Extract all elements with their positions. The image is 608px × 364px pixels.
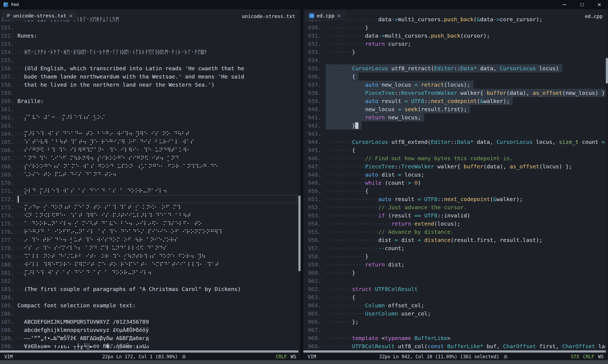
vertical-scrollbar[interactable] [298, 9, 301, 350]
line-text[interactable]: ············return·new_locus; [326, 113, 424, 122]
line-text[interactable]: ··⠱⠁⠞⠑⠧⠻·⠁⠃⠳⠞·⠹⠁⠞⠲·⡹⠑·⠗⠑⠛⠊⠌⠻·⠕⠋·⠙⠊⠎·⠃⠥⠗⠊… [17, 138, 194, 146]
line-text[interactable]: ········CursorLocus·utf8_extend(Editor::… [326, 138, 606, 146]
line-text[interactable]: Braille: [17, 97, 44, 105]
line-text[interactable]: ··that·he·lived·in·the·northern·land·nea… [17, 81, 215, 89]
line-text[interactable]: ················dist·=·dist·+·distance(r… [326, 236, 543, 244]
line-number: 183. [0, 285, 14, 293]
line-text[interactable]: ················data->multi_cursors.push… [326, 15, 543, 23]
line-text[interactable]: ··⡕⠇⠙·⡍⠜⠇⠑⠹·⠺⠁⠎·⠁⠎·⠙⠑⠁⠙·⠁⠎·⠁·⠙⠕⠕⠗⠤⠝⠁⠊⠇⠲ [17, 187, 167, 195]
line-number: 949. [303, 179, 321, 187]
line-text[interactable]: ··⠁⠝⠙·⠹⠑·⠡⠊⠑⠋·⠍⠳⠗⠝⠻⠲·⡎⠊⠗⠕⠕⠛⠑·⠎⠊⠛⠝⠫·⠊⠞⠲·⡁… [17, 154, 179, 162]
line-text[interactable]: ········{ [326, 293, 355, 301]
line-text[interactable]: ··⡍⠜⠇⠑⠹·⠺⠁⠎·⠙⠑⠁⠙⠒·⠞⠕·⠃⠑⠛⠔·⠺⠊⠹⠲·⡹⠻⠑·⠊⠎·⠝⠕… [17, 130, 190, 138]
line-text[interactable]: ····················return·extend(locus)… [326, 220, 460, 228]
tab-unicode-stress[interactable]: unicode-stress.txt × [3, 11, 76, 20]
line-text[interactable]: ········{ [326, 72, 358, 81]
line-text[interactable]: ··⡍⠔⠙⠖·⡊·⠙⠕⠝⠰⠞·⠍⠑⠁⠝·⠞⠕·⠎⠁⠹·⠹⠁⠞·⡊·⠅⠝⠪⠂·⠕⠋… [17, 203, 181, 211]
line-text[interactable]: ············auto·result·=·UTF8::next_cod… [326, 97, 513, 105]
line-number: 187. [0, 318, 14, 326]
line-text[interactable]: Compact·font·selection·example·text: [17, 301, 136, 310]
cursor-position-info: 22px Ln 942, Col 10 (11.09%) (361 select… [379, 354, 499, 359]
line-text[interactable]: ············{ [326, 187, 369, 195]
line-text[interactable]: ············PieceTree::TreeWalker·walker… [326, 162, 572, 171]
code-line: 938.············PieceTree::ReverseTreeWa… [303, 89, 606, 97]
vertical-scrollbar[interactable] [606, 9, 608, 350]
line-text[interactable]: ··⠡⠕⠎⠑·⠞⠕·⠏⠥⠞·⠙⠊⠎·⠙⠁⠝⠙·⠞⠕⠲ [17, 171, 116, 179]
line-text[interactable]: ················if·(result·==·UTF8::inva… [326, 211, 470, 220]
line-text[interactable]: Runes: [17, 32, 37, 40]
horizontal-scrollbar[interactable] [0, 350, 298, 353]
line-text[interactable]: ··⠪⠝·⠅⠝⠪⠇⠫⠛⠑⠂·⠱⠁⠞·⠹⠻⠑·⠊⠎·⠏⠜⠞⠊⠊⠥⠇⠜⠇⠹·⠙⠑⠁⠙… [17, 211, 191, 220]
line-text[interactable]: ············return·cursor; [326, 40, 411, 48]
tab-close-icon[interactable]: × [337, 13, 341, 19]
line-text[interactable]: ··⠩⠁⠇⠇·⠝⠕⠞·⠙⠊⠌⠥⠗⠃·⠊⠞⠂·⠕⠗·⠹⠑·⡊⠳⠝⠞⠗⠹⠰⠎·⠙⠕⠝… [17, 252, 205, 260]
line-text[interactable]: ············while·(count·>·0) [326, 179, 421, 187]
line-text[interactable]: ··⡌⠁⠧⠑·⠼⠁⠒··⡍⠜⠇⠑⠹⠰⠎·⡣⠕⠌ [17, 113, 105, 122]
scrollbar-thumb[interactable] [606, 58, 608, 83]
line-text[interactable]: ··⡍⠜⠇⠑⠹·⠺⠁⠎·⠁⠎·⠙⠑⠁⠙·⠁⠎·⠁·⠙⠕⠕⠗⠤⠝⠁⠊⠇⠲ [17, 269, 152, 277]
line-text[interactable]: ················--count; [326, 244, 405, 252]
line-text[interactable]: ············auto·dist·=·locus; [326, 171, 424, 179]
line-text[interactable]: ············auto·new_locus·=·retract(loc… [326, 81, 474, 89]
line-text[interactable]: ········UTF8ColResult·utf8_col(const·Buf… [326, 342, 606, 350]
code-line: 185.Compact·font·selection·example·text: [0, 301, 298, 310]
line-text[interactable]: ··∀∂∈ℝ∧∪≡∞·↑↗↨↻⇣·┐┼╔╘░►☺♀·ﬁ�⑀₂ἠḂӥẄɐː⍎אԱა [17, 342, 149, 350]
line-text[interactable]: ············data->multi_cursors.push_bac… [326, 32, 490, 40]
line-text[interactable]: ··ABCDEFGHIJKLMNOPQRSTUVWXYZ·/0123456789 [17, 318, 149, 326]
tab-label: unicode-stress.txt [13, 13, 66, 19]
line-text[interactable]: ··⡎⠊⠗⠕⠕⠛⠑⠰⠎·⠝⠁⠍⠑·⠺⠁⠎·⠛⠕⠕⠙·⠥⠏⠕⠝·⠰⡡⠁⠝⠛⠑⠂·⠋… [17, 162, 218, 171]
line-text[interactable]: ··⠁·⠙⠕⠕⠗⠤⠝⠁⠊⠇⠲·⡊·⠍⠊⠣⠞·⠙⠁⠧⠑·⠃⠑⠲·⠔⠊⠇⠔⠫⠂·⠍⠹… [17, 220, 202, 228]
line-text[interactable]: ··⠺⠊⠇⠇·⠹⠻⠑⠋⠕⠗⠑·⠏⠻⠍⠊⠞·⠍⠑·⠞⠕·⠗⠑⠏⠑⠁⠞⠂·⠑⠍⠏⠙⠁… [17, 260, 219, 269]
code-line: 931.············data->multi_cursors.push… [303, 32, 606, 40]
line-text[interactable]: ··⠔·⠹⠑·⠞⠗⠁⠙⠑⠲·⡃⠥⠞·⠹⠑·⠺⠊⠎⠙⠕⠍·⠕⠋·⠳⠗·⠁⠝⠊⠑⠌⠕… [17, 236, 178, 244]
line-text[interactable]: ············return·dist; [326, 260, 405, 269]
code-line: 963.········{ [303, 293, 606, 301]
line-text[interactable]: ········{ [326, 146, 355, 154]
line-text[interactable]: ··ᚻᛖ᛫ᚳᚹᚫᚦ᛫ᚦᚫᛏ᛫ᚻᛖ᛫ᛒᚢᛞᛖ᛫ᚩᚾ᛫ᚦᚫᛗ᛫ᛚᚪᚾᛞᛖ᛫ᚾᚩᚱᚦᚹ… [17, 48, 207, 56]
line-text[interactable]: ········}; [326, 318, 358, 326]
line-text[interactable]: ··bude·thaem·lande·northweardum·with·tha… [17, 72, 244, 81]
maximize-button[interactable] [573, 0, 591, 9]
line-text[interactable]: ············UserColumn·user_col; [326, 310, 431, 318]
line-text[interactable]: ··⠎⠊⠛⠝⠫·⠃⠹·⠹⠑·⠊⠇⠻⠛⠹⠍⠁⠝⠂·⠹⠑·⠊⠇⠻⠊⠂·⠹⠑·⠥⠝⠙⠻… [17, 146, 191, 154]
line-number: 940. [303, 105, 321, 113]
line-number: 179. [0, 252, 14, 260]
line-text[interactable]: ············//·Find·out·how·many·bytes·t… [326, 154, 513, 162]
line-text[interactable]: ············} [326, 23, 369, 32]
line-number: 945. [303, 146, 321, 154]
line-text[interactable]: ········} [326, 48, 355, 56]
line-text[interactable]: ········} [326, 122, 362, 130]
lock-icon[interactable] [504, 354, 508, 359]
line-text[interactable]: ··⠗⠑⠛⠜⠙·⠁·⠊⠕⠋⠋⠔⠤⠝⠁⠊⠇·⠁⠎·⠹⠑·⠙⠑⠁⠙⠑⠌·⠏⠊⠑⠊⠑·… [17, 228, 222, 236]
line-number: 965. [303, 310, 321, 318]
text-cursor [355, 122, 358, 129]
minimize-button[interactable] [556, 0, 573, 9]
line-text[interactable]: ················auto·result·=·UTF8::next… [326, 195, 523, 203]
line-text[interactable]: ··abcdefghijklmnopqrstuvwxyz·£©µÀÆÖÞßéöÿ [17, 326, 149, 334]
scrollbar-thumb[interactable] [298, 196, 301, 271]
line-text[interactable]: ··–—‘“”„†•…‰™œŠŸž€·ΑΒΓΔΩαβγδω·АБВГДабвгд [17, 334, 149, 342]
line-text[interactable]: ··(The·first·couple·of·paragraphs·of·"A·… [17, 285, 241, 293]
line-text[interactable]: ············PieceTree::ReverseTreeWalker… [326, 89, 606, 97]
line-text[interactable]: ········struct·UTF8ColResult [326, 285, 418, 293]
line-text[interactable]: ········CursorLocus·utf8_retract(Editor:… [326, 64, 562, 72]
close-button[interactable] [591, 0, 608, 9]
tab-close-icon[interactable]: × [69, 13, 73, 19]
code-line: 167.··⠁⠝⠙·⠹⠑·⠡⠊⠑⠋·⠍⠳⠗⠝⠻⠲·⡎⠊⠗⠕⠕⠛⠑·⠎⠊⠛⠝⠫·⠊… [0, 154, 298, 162]
line-number: 954. [303, 220, 321, 228]
line-text[interactable]: ············} [326, 252, 369, 260]
window-controls [556, 0, 608, 9]
lock-icon[interactable] [182, 354, 186, 359]
horizontal-scrollbar[interactable] [303, 350, 606, 353]
line-text[interactable]: ··(Old·English,·which·transcribed·into·L… [17, 64, 244, 72]
line-number: 939. [303, 97, 321, 105]
line-text[interactable]: ········} [326, 269, 355, 277]
line-text[interactable]: ··⠊⠎·⠔·⠹⠑·⠎⠊⠍⠊⠇⠑⠆·⠁⠝⠙·⠍⠹·⠥⠝⠙⠁⠇⠇⠪⠫·⠙⠁⠝⠙⠎ [17, 244, 167, 252]
line-text[interactable]: ············new_locus·=·seek(result.firs… [326, 105, 470, 113]
line-text[interactable]: ············Column·offset_col; [326, 301, 424, 310]
line-text[interactable]: ················//·Just·advance·the·curs… [326, 203, 467, 211]
line-number: 951. [303, 195, 321, 203]
line-text[interactable]: ········template·<typename·BufferLike> [326, 334, 451, 342]
tab-ed-cpp[interactable]: ++ ed.cpp × [306, 11, 345, 20]
line-text[interactable]: ················//·Advance·by·distance. [326, 228, 454, 236]
